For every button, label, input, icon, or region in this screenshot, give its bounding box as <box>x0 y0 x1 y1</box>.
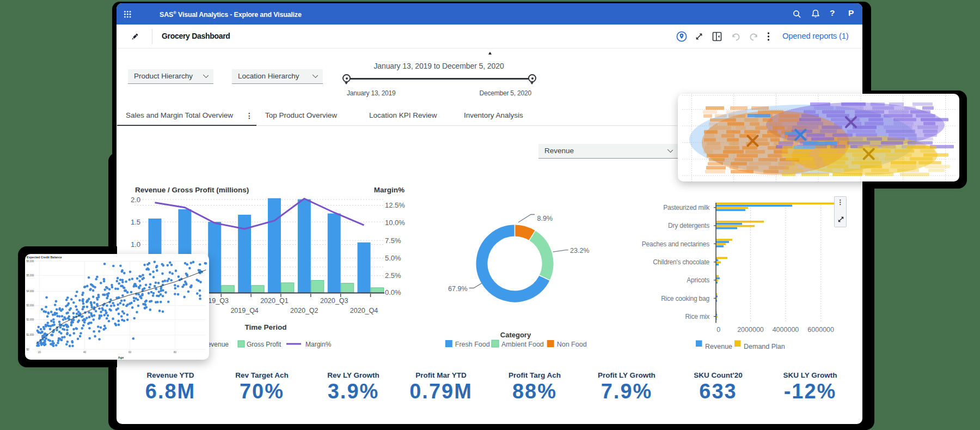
svg-text:Fresh Food: Fresh Food <box>455 341 490 348</box>
svg-text:0.0%: 0.0% <box>385 288 401 296</box>
svg-text:7.5%: 7.5% <box>385 237 401 245</box>
svg-text:1.0: 1.0 <box>131 240 140 249</box>
svg-text:20: 20 <box>38 351 41 354</box>
svg-text:40: 40 <box>83 351 87 354</box>
svg-text:Children's chocolate: Children's chocolate <box>653 258 709 266</box>
svg-text:2.5%: 2.5% <box>385 271 401 280</box>
svg-text:6000000: 6000000 <box>807 326 834 334</box>
svg-text:Expected Credit Balance: Expected Credit Balance <box>27 256 62 259</box>
svg-text:2000000: 2000000 <box>737 326 764 334</box>
svg-text:2.0: 2.0 <box>131 196 140 204</box>
svg-text:Rice mix: Rice mix <box>685 313 710 320</box>
svg-text:12.5%: 12.5% <box>385 201 405 209</box>
svg-text:2020_Q1: 2020_Q1 <box>260 297 288 305</box>
svg-text:1.5: 1.5 <box>131 218 140 226</box>
svg-text:$5,000: $5,000 <box>27 274 34 277</box>
svg-text:5.0%: 5.0% <box>385 254 401 262</box>
svg-text:Pasteurized milk: Pasteurized milk <box>663 204 710 211</box>
svg-text:2020_Q4: 2020_Q4 <box>350 307 378 314</box>
svg-text:60: 60 <box>128 351 132 354</box>
svg-text:Age: Age <box>118 356 124 359</box>
svg-text:Non Food: Non Food <box>557 341 587 348</box>
svg-text:Revenue: Revenue <box>705 343 732 350</box>
svg-text:$1,000: $1,000 <box>27 334 34 336</box>
svg-text:2020_Q2: 2020_Q2 <box>290 307 318 314</box>
svg-text:4000000: 4000000 <box>773 326 799 334</box>
svg-text:Peaches and nectarines: Peaches and nectarines <box>642 240 710 248</box>
svg-text:2019_Q4: 2019_Q4 <box>230 307 258 314</box>
svg-text:80: 80 <box>174 351 177 354</box>
svg-text:Ambient Food: Ambient Food <box>501 341 544 348</box>
svg-text:10.0%: 10.0% <box>385 219 405 227</box>
svg-text:$2,000: $2,000 <box>27 318 34 321</box>
svg-text:0: 0 <box>716 326 720 334</box>
svg-text:Demand Plan: Demand Plan <box>744 343 785 350</box>
svg-text:Apricots: Apricots <box>687 276 709 284</box>
svg-text:2020_Q3: 2020_Q3 <box>320 297 348 305</box>
svg-text:Margin%: Margin% <box>305 341 332 348</box>
svg-text:8.9%: 8.9% <box>537 215 553 222</box>
svg-text:Time Period: Time Period <box>244 323 286 331</box>
svg-text:$0: $0 <box>27 348 30 351</box>
svg-text:$6,000: $6,000 <box>27 260 34 263</box>
svg-text:Rice cooking bag: Rice cooking bag <box>661 295 709 302</box>
svg-text:Revenue / Gross Profit (millio: Revenue / Gross Profit (millions) <box>135 186 249 194</box>
svg-text:$3,000: $3,000 <box>27 304 34 307</box>
svg-text:Margin%: Margin% <box>374 186 405 194</box>
svg-text:23.2%: 23.2% <box>570 247 589 255</box>
svg-text:Gross Profit: Gross Profit <box>247 341 281 348</box>
svg-text:$4,000: $4,000 <box>27 290 34 293</box>
svg-text:Category: Category <box>500 331 531 339</box>
svg-text:67.9%: 67.9% <box>448 285 467 293</box>
svg-text:Dry detergents: Dry detergents <box>668 222 709 229</box>
